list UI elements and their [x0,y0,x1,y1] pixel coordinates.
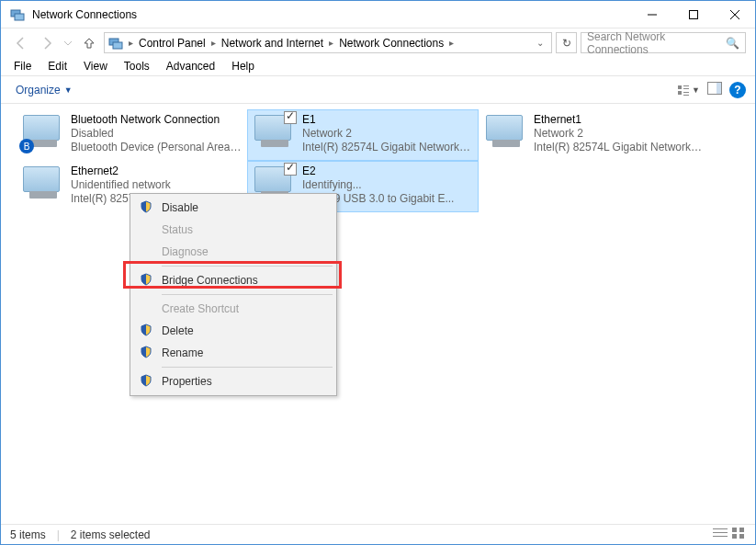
connection-name: Bluetooth Network Connection [71,113,242,127]
connection-device: Intel(R) 82574L Gigabit Network C... [302,141,473,154]
organize-button[interactable]: Organize ▼ [10,82,78,98]
connection-item[interactable]: BBluetooth Network ConnectionDisabledBlu… [16,109,247,161]
chevron-down-icon: ▼ [64,85,73,95]
connection-status: Network 2 [302,127,473,141]
large-icons-view-icon[interactable] [731,527,746,542]
svg-rect-9 [683,85,689,86]
shield-icon [140,346,152,361]
details-view-icon[interactable] [713,527,728,542]
connection-text: Bluetooth Network ConnectionDisabledBlue… [71,113,242,154]
location-icon [108,36,123,51]
connection-name: E2 [302,165,454,178]
ctx-disable-label: Disable [162,201,198,214]
ctx-bridge-label: Bridge Connections [162,274,258,287]
connection-item[interactable]: E1Network 2Intel(R) 82574L Gigabit Netwo… [247,109,479,161]
maximize-button[interactable] [672,1,714,28]
connection-name: E1 [302,113,473,127]
connection-status: Unidentified network [71,178,171,192]
address-dropdown[interactable]: ⌄ [533,38,547,48]
shield-icon [140,273,152,289]
ctx-disable[interactable]: Disable [132,197,334,219]
svg-rect-7 [113,42,122,49]
connection-text: E1Network 2Intel(R) 82574L Gigabit Netwo… [302,113,473,154]
svg-rect-16 [713,528,728,529]
minimize-button[interactable] [631,1,672,28]
chevron-right-icon[interactable]: ▸ [209,38,218,48]
preview-pane-button[interactable] [707,82,722,98]
menu-file[interactable]: File [6,58,39,74]
connection-name: Ethernet1 [534,113,705,127]
up-button[interactable] [78,32,100,54]
ctx-status: Status [132,219,334,241]
svg-rect-11 [678,91,682,95]
svg-rect-18 [713,536,728,537]
connection-status: Disabled [71,127,242,141]
address-box[interactable]: ▸ Control Panel ▸ Network and Internet ▸… [104,32,552,53]
search-input[interactable]: Search Network Connections 🔍 [581,32,746,53]
ctx-properties[interactable]: Properties [132,370,334,392]
svg-rect-19 [732,528,737,532]
help-button[interactable]: ? [729,82,746,98]
ctx-delete[interactable]: Delete [132,320,334,342]
menu-view[interactable]: View [76,58,115,74]
ctx-delete-label: Delete [162,324,194,337]
ctx-separator [162,294,333,295]
connection-status: Identifying... [302,178,454,192]
connection-device: Intel(R) 82574L Gigabit Network C... [534,141,705,154]
network-adapter-icon [484,113,528,150]
search-placeholder: Search Network Connections [587,30,726,56]
status-item-count: 5 items [10,528,46,541]
content-area: BBluetooth Network ConnectionDisabledBlu… [1,104,755,525]
breadcrumb-control-panel[interactable]: Control Panel [135,37,209,50]
connection-grid: BBluetooth Network ConnectionDisabledBlu… [16,109,755,212]
shield-icon [140,324,152,339]
view-options-button[interactable]: ▼ [677,84,700,97]
svg-rect-22 [739,534,744,539]
menu-advanced[interactable]: Advanced [159,58,222,74]
menu-bar: File Edit View Tools Advanced Help [1,57,755,76]
checkbox-checked-icon [284,111,297,124]
svg-rect-17 [713,532,728,533]
organize-label: Organize [16,84,61,97]
connection-name: Ethernet2 [71,165,171,178]
menu-tools[interactable]: Tools [117,58,157,74]
context-menu: Disable Status Diagnose Bridge Connectio… [130,193,337,396]
close-button[interactable] [714,1,755,28]
search-icon: 🔍 [726,37,739,50]
bluetooth-badge-icon: B [19,139,34,153]
svg-rect-15 [717,83,721,94]
status-selected-count: 2 items selected [71,528,151,541]
chevron-right-icon[interactable]: ▸ [327,38,335,48]
status-bar: 5 items | 2 items selected [1,524,755,544]
ctx-diagnose: Diagnose [132,241,334,263]
breadcrumb-network-connections[interactable]: Network Connections [335,37,447,50]
forward-button[interactable] [36,32,58,54]
window-title: Network Connections [32,8,631,21]
ctx-create-shortcut: Create Shortcut [132,298,334,320]
ctx-diagnose-label: Diagnose [162,245,209,258]
network-adapter-icon: B [21,113,65,150]
titlebar: Network Connections [1,1,755,28]
svg-rect-3 [689,10,697,18]
status-separator: | [57,528,60,541]
connection-status: Network 2 [534,127,705,141]
ctx-rename[interactable]: Rename [132,342,334,364]
svg-rect-13 [683,95,689,96]
recent-dropdown[interactable] [62,32,74,54]
ctx-rename-label: Rename [162,346,203,359]
network-adapter-icon [21,165,65,201]
svg-rect-21 [732,534,737,539]
svg-rect-12 [683,92,689,93]
chevron-right-icon[interactable]: ▸ [447,38,456,48]
breadcrumb-network-internet[interactable]: Network and Internet [218,37,327,50]
refresh-button[interactable]: ↻ [556,32,577,53]
back-button[interactable] [10,32,32,54]
ctx-bridge-connections[interactable]: Bridge Connections [132,269,334,291]
svg-rect-1 [15,14,24,20]
menu-help[interactable]: Help [224,58,262,74]
menu-edit[interactable]: Edit [40,58,74,74]
toolbar: Organize ▼ ▼ ? [1,76,755,104]
chevron-right-icon[interactable]: ▸ [127,38,135,48]
shield-icon [140,374,152,390]
connection-item[interactable]: Ethernet1Network 2Intel(R) 82574L Gigabi… [479,109,710,161]
